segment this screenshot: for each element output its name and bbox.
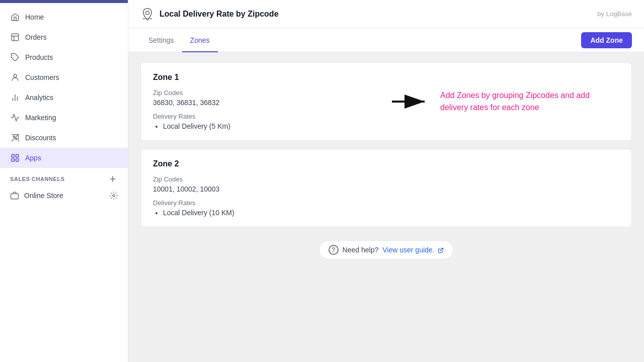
zone-2-zip-label: Zip Codes [153,175,619,183]
zone-2-rates-label: Delivery Rates [153,199,619,207]
sidebar-item-home-label: Home [25,13,44,21]
svg-rect-12 [16,154,19,157]
sidebar-item-customers[interactable]: Customers [0,67,128,87]
zone-2-zip-value: 10001, 10002, 10003 [153,185,619,193]
sidebar-item-apps[interactable]: Apps [0,148,128,168]
sidebar-item-discounts[interactable]: Discounts [0,128,128,148]
svg-point-4 [14,74,17,77]
sidebar-item-orders[interactable]: Orders [0,27,128,47]
analytics-icon [10,93,20,103]
online-store-icon [10,191,19,200]
external-link-icon [438,247,444,253]
sidebar-item-online-store[interactable]: Online Store [0,187,128,204]
svg-point-18 [113,195,115,197]
sidebar-item-analytics-label: Analytics [25,94,53,102]
by-logbase-label: by LogBase [597,10,632,18]
sidebar-item-customers-label: Customers [25,73,59,81]
sidebar-item-marketing[interactable]: Marketing [0,108,128,128]
zones-content: Zone 1 Zip Codes 36830, 36831, 36832 Del… [128,52,644,362]
orders-icon [10,32,20,42]
svg-rect-11 [12,154,14,157]
help-pill: ? Need help? View user guide. [319,240,454,259]
svg-line-10 [12,134,19,141]
svg-rect-14 [16,159,19,161]
marketing-icon [10,113,20,123]
sidebar-item-orders-label: Orders [25,33,47,41]
delivery-app-icon [140,7,154,21]
tab-zones[interactable]: Zones [182,29,218,52]
sidebar-item-discounts-label: Discounts [25,134,56,142]
online-store-label: Online Store [24,192,63,200]
sidebar-item-products[interactable]: Products [0,47,128,67]
tabs-list: Settings Zones [140,28,218,52]
customers-icon [10,72,20,82]
sidebar-item-products-label: Products [25,53,53,61]
zone-1-title: Zone 1 [153,73,619,82]
help-icon: ? [329,245,339,255]
svg-rect-0 [12,34,19,41]
arrow-right-icon [392,92,432,112]
sidebar: Home Orders Products [0,0,128,362]
svg-line-23 [440,248,443,251]
zone-2-rate-item: Local Delivery (10 KM) [163,209,619,217]
sidebar-item-apps-label: Apps [25,154,41,162]
apps-icon [10,153,20,163]
sales-channels-header: SALES CHANNELS [0,168,128,187]
sidebar-item-home[interactable]: Home [0,7,128,27]
help-text: Need help? [343,246,379,254]
zone-1-card: Zone 1 Zip Codes 36830, 36831, 36832 Del… [140,62,632,141]
discounts-icon [10,133,20,143]
svg-point-9 [16,138,17,140]
zone-1-rates-label: Delivery Rates [153,113,619,120]
sidebar-item-marketing-label: Marketing [25,114,56,122]
main-area: Local Delivery Rate by Zipcode by LogBas… [128,0,644,362]
sidebar-item-analytics[interactable]: Analytics [0,87,128,108]
zone-2-title: Zone 2 [153,159,619,168]
zone-2-card: Zone 2 Zip Codes 10001, 10002, 10003 Del… [140,149,632,227]
sidebar-nav: Home Orders Products [0,3,128,362]
tooltip-overlay: Add Zones by grouping Zipcodes and add d… [392,89,611,114]
home-icon [10,12,20,22]
zone-1-rates-list: Local Delivery (5 Km) [153,122,619,130]
add-sales-channel-button[interactable] [108,174,118,184]
zone-2-rates-list: Local Delivery (10 KM) [153,209,619,217]
svg-point-8 [13,136,15,137]
zone-1-rate-item: Local Delivery (5 Km) [163,122,619,130]
view-user-guide-link[interactable]: View user guide. [382,246,444,254]
tooltip-text: Add Zones by grouping Zipcodes and add d… [440,89,611,114]
help-bar: ? Need help? View user guide. [140,235,632,267]
add-zone-button[interactable]: Add Zone [581,32,632,48]
tabs-bar: Settings Zones Add Zone [128,28,644,52]
main-header: Local Delivery Rate by Zipcode by LogBas… [128,0,644,28]
tab-settings[interactable]: Settings [140,29,182,52]
svg-rect-13 [12,159,14,161]
products-icon [10,52,20,62]
header-left: Local Delivery Rate by Zipcode [140,7,279,21]
page-title: Local Delivery Rate by Zipcode [159,10,279,19]
svg-point-19 [146,11,149,15]
svg-rect-17 [11,194,19,199]
online-store-settings-icon[interactable] [110,192,118,200]
sales-channels-label: SALES CHANNELS [10,176,65,182]
